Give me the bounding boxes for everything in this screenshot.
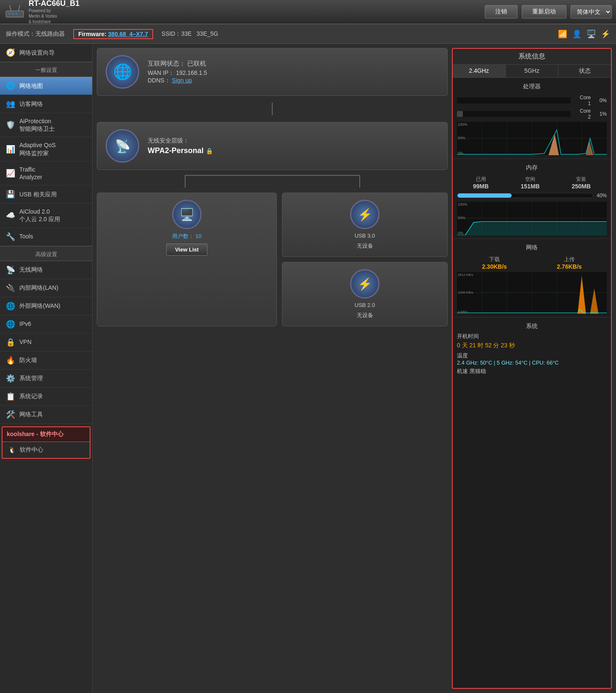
koolshare-title: koolshare - 软件中心 [3,427,90,442]
wpa-value: WPA2-Personal 🔒 [148,146,213,155]
download-stat: 下载 2.30KB/s [482,256,507,270]
logo-area: RT-AC66U_B1 Powered byMerlin & Vortex& k… [4,0,97,24]
cpu-title: 处理器 [457,81,607,93]
sysadmin-label: 系统管理 [19,374,43,382]
memory-free-label: 空闲 [521,176,540,183]
ddns-label: DDNS： [148,77,170,84]
wireless-label: 无线网络 [19,266,43,273]
ssid-text: SSID：33E 33E_5G [162,30,218,38]
svg-rect-1 [8,13,11,15]
svg-text:50%: 50% [458,136,465,140]
sidebar-item-network-map[interactable]: 🌐 网络地图 [0,77,92,95]
sidebar-item-aiprotection[interactable]: 🛡️ AiProtection智能网络卫士 [0,113,92,137]
mode-text: 操作模式：无线路由器 [6,30,65,38]
syslog-icon: 📋 [6,392,15,401]
right-panel-sysinfo: 系统信息 2.4GHz 5GHz 状态 处理器 Core1 0% [452,48,612,689]
svg-rect-3 [16,13,18,15]
aicloud-label: AiCloud 2.0个人云 2.0 应用 [19,208,60,223]
sidebar-item-tools[interactable]: 🔧 Tools [0,228,92,246]
sidebar-item-traffic-analyzer[interactable]: 📈 TrafficAnalyzer [0,161,92,185]
svg-text:100%: 100% [458,202,467,206]
sidebar-item-adaptive-qos[interactable]: 📊 Adaptive QoS网络监控家 [0,137,92,161]
cpu-core1-row: Core1 0% [457,95,607,106]
router-logo-icon [4,3,25,20]
network-title: 网络 [457,242,607,254]
firewall-icon: 🔥 [6,356,15,365]
wifi-status-icon: 📶 [558,29,567,39]
advanced-settings-label: 高级设置 [0,246,92,261]
network-stats: 下载 2.30KB/s 上传 2.76KB/s [457,256,607,270]
syslog-label: 系统记录 [19,392,43,400]
svg-text:1406 KB/s: 1406 KB/s [458,291,473,294]
lock-icon: 🔒 [206,148,213,154]
svg-line-4 [10,5,11,11]
setup-wizard-icon: 🧭 [6,48,15,57]
memory-used-value: 99MB [473,183,489,190]
ipv6-icon: 🌐 [6,320,15,329]
tab-status[interactable]: 状态 [558,65,611,77]
logout-button[interactable]: 注销 [485,5,518,19]
temp-label: 温度 [457,352,607,360]
network-map-icon: 🌐 [6,81,15,90]
top-actions: 注销 重新启动 简体中文 [485,5,612,19]
sidebar-item-ipv6[interactable]: 🌐 IPv6 [0,315,92,333]
cpu-core2-label: Core2 [574,108,591,120]
sidebar-item-lan[interactable]: 🔌 内部网络(LAN) [0,279,92,297]
firmware-version[interactable]: 380.68_4–X7.7 [108,31,148,37]
memory-installed-value: 250MB [572,183,591,190]
internet-box: 🌐 互联网状态： 已联机 WAN IP： 192.168.1.5 DDNS： [97,48,448,96]
system-title: 系统 [457,321,607,333]
vpn-icon: 🔒 [6,338,15,347]
security-label: 无线安全层级： [148,137,213,145]
memory-pct: 40% [597,193,607,198]
ddns-signup-link[interactable]: Sign up [172,77,192,84]
koolshare-item-label: 软件中心 [20,446,43,454]
sidebar-item-nettools[interactable]: 🛠️ 网络工具 [0,406,92,424]
memory-free-value: 151MB [521,183,540,190]
sidebar-item-aicloud[interactable]: ☁️ AiCloud 2.0个人云 2.0 应用 [0,204,92,227]
usb-apps-icon: 💾 [6,190,15,199]
tab-5ghz[interactable]: 5GHz [506,65,559,77]
freq-tabs: 2.4GHz 5GHz 状态 [453,65,611,78]
memory-title: 内存 [457,162,607,174]
internet-info: 互联网状态： 已联机 WAN IP： 192.168.1.5 DDNS： Sig… [148,60,439,85]
sidebar-item-setup-wizard[interactable]: 🧭 网络设置向导 [0,44,92,62]
usb20-status: 无设备 [357,312,373,319]
memory-chart: 100% 50% 0% [457,201,607,235]
memory-bar-outer [457,193,593,198]
internet-globe-icon: 🌐 [106,55,139,89]
internet-status-label: 互联网状态： 已联机 [148,60,439,68]
sidebar-item-wireless[interactable]: 📡 无线网络 [0,261,92,279]
memory-installed: 安装 250MB [572,176,591,190]
usb-apps-label: USB 相关应用 [19,190,57,198]
svg-text:100%: 100% [458,122,467,127]
sidebar-item-usb-apps[interactable]: 💾 USB 相关应用 [0,185,92,204]
wan-icon: 🌐 [6,302,15,311]
usb-boxes: ⚡ USB 3.0 无设备 ⚡ USB 2.0 无设备 [282,193,448,326]
tab-24ghz[interactable]: 2.4GHz [453,65,506,77]
sidebar-item-guest-network[interactable]: 👥 访客网络 [0,95,92,113]
ddns-line: DDNS： Sign up [148,77,439,85]
clients-icon: 🖥️ [172,200,202,229]
sidebar-item-syslog[interactable]: 📋 系统记录 [0,388,92,406]
lan-icon: 🔌 [6,283,15,293]
sidebar-item-sysadmin[interactable]: ⚙️ 系统管理 [0,370,92,388]
koolshare-item-icon: 🐧 [8,447,16,453]
wan-label: 外部网络(WAN) [19,302,60,309]
language-select[interactable]: 简体中文 [571,5,612,19]
sidebar-item-firewall[interactable]: 🔥 防火墙 [0,352,92,370]
wan-ip-label: WAN IP： [148,69,174,76]
ethernet-status-icon: 🖥️ [587,29,596,39]
firmware-label: Firmware: [78,31,108,37]
cpu-core1-label: Core1 [574,95,591,106]
view-list-button[interactable]: View List [166,243,207,256]
usb20-label: USB 2.0 [355,302,375,308]
reboot-button[interactable]: 重新启动 [522,5,566,19]
traffic-analyzer-icon: 📈 [6,169,15,178]
sidebar-item-koolshare[interactable]: 🐧 软件中心 [3,442,90,458]
sidebar-item-vpn[interactable]: 🔒 VPN [0,333,92,352]
content-area: 🌐 互联网状态： 已联机 WAN IP： 192.168.1.5 DDNS： [93,44,616,693]
setup-wizard-label: 网络设置向导 [19,49,55,56]
sidebar-item-wan[interactable]: 🌐 外部网络(WAN) [0,297,92,315]
download-label: 下载 [482,256,507,263]
